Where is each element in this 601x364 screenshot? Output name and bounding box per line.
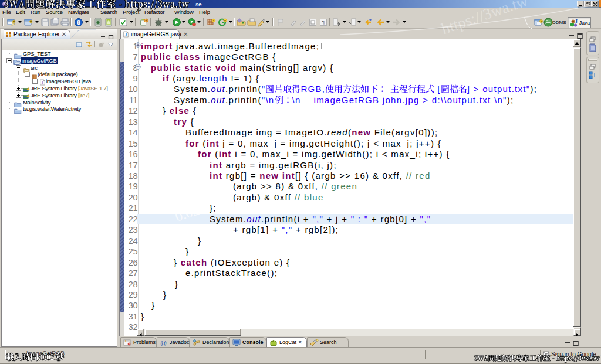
svg-text:@: @ — [160, 339, 167, 346]
svg-text:¶: ¶ — [322, 19, 325, 25]
svg-text:J: J — [125, 32, 127, 38]
svg-text:8: 8 — [77, 19, 80, 26]
svg-text:J: J — [575, 19, 578, 25]
